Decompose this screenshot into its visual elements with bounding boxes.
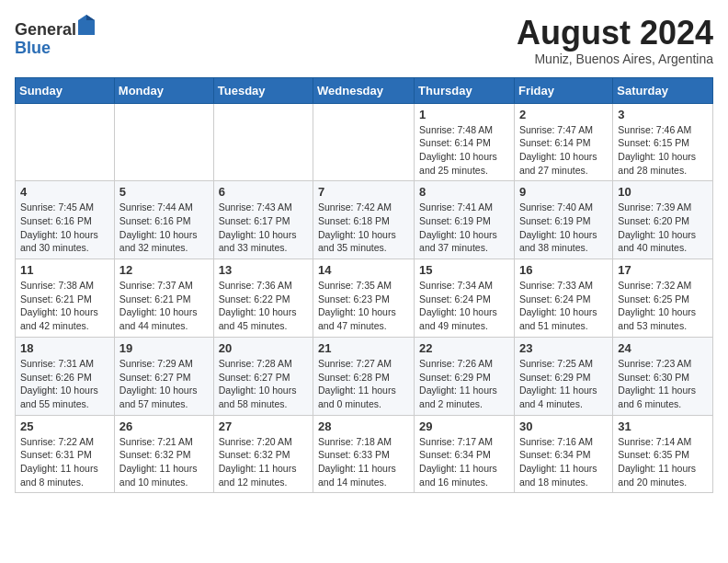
table-row: 11Sunrise: 7:38 AM Sunset: 6:21 PM Dayli…: [16, 259, 115, 338]
table-row: 28Sunrise: 7:18 AM Sunset: 6:33 PM Dayli…: [313, 415, 415, 493]
table-row: 31Sunrise: 7:14 AM Sunset: 6:35 PM Dayli…: [613, 415, 713, 493]
logo: General Blue: [15, 15, 93, 58]
table-row: 15Sunrise: 7:34 AM Sunset: 6:24 PM Dayli…: [415, 259, 515, 338]
sunrise-text: Sunrise: 7:14 AM: [618, 436, 691, 447]
day-number: 18: [20, 341, 109, 355]
sunset-text: Sunset: 6:26 PM: [20, 372, 92, 383]
sunset-text: Sunset: 6:21 PM: [20, 293, 92, 304]
sunrise-text: Sunrise: 7:47 AM: [519, 124, 593, 135]
day-info: Sunrise: 7:42 AM Sunset: 6:18 PM Dayligh…: [318, 201, 409, 255]
table-row: 10Sunrise: 7:39 AM Sunset: 6:20 PM Dayli…: [613, 181, 713, 259]
sunrise-text: Sunrise: 7:41 AM: [419, 201, 493, 213]
sunset-text: Sunset: 6:28 PM: [318, 372, 390, 383]
daylight-text: Daylight: 10 hours and 40 minutes.: [618, 229, 696, 254]
sunrise-text: Sunrise: 7:44 AM: [119, 201, 193, 213]
table-row: 23Sunrise: 7:25 AM Sunset: 6:29 PM Dayli…: [514, 337, 612, 415]
day-info: Sunrise: 7:45 AM Sunset: 6:16 PM Dayligh…: [20, 201, 109, 255]
day-number: 28: [318, 419, 409, 433]
day-info: Sunrise: 7:22 AM Sunset: 6:31 PM Dayligh…: [20, 435, 109, 489]
table-row: 8Sunrise: 7:41 AM Sunset: 6:19 PM Daylig…: [415, 181, 515, 259]
calendar-week-row: 18Sunrise: 7:31 AM Sunset: 6:26 PM Dayli…: [16, 337, 713, 415]
sunrise-text: Sunrise: 7:37 AM: [119, 280, 193, 291]
sunset-text: Sunset: 6:15 PM: [618, 137, 689, 148]
daylight-text: Daylight: 10 hours and 28 minutes.: [618, 151, 696, 176]
table-row: 29Sunrise: 7:17 AM Sunset: 6:34 PM Dayli…: [415, 415, 515, 493]
day-info: Sunrise: 7:38 AM Sunset: 6:21 PM Dayligh…: [20, 279, 109, 333]
col-tuesday: Tuesday: [213, 77, 313, 103]
sunset-text: Sunset: 6:22 PM: [219, 293, 290, 304]
daylight-text: Daylight: 10 hours and 37 minutes.: [419, 229, 497, 254]
daylight-text: Daylight: 10 hours and 42 minutes.: [20, 306, 98, 331]
table-row: 26Sunrise: 7:21 AM Sunset: 6:32 PM Dayli…: [114, 415, 213, 493]
day-info: Sunrise: 7:36 AM Sunset: 6:22 PM Dayligh…: [219, 279, 308, 333]
day-info: Sunrise: 7:48 AM Sunset: 6:14 PM Dayligh…: [419, 123, 509, 178]
sunrise-text: Sunrise: 7:25 AM: [519, 358, 593, 369]
sunrise-text: Sunrise: 7:28 AM: [219, 358, 292, 369]
sunrise-text: Sunrise: 7:43 AM: [219, 201, 292, 213]
sunrise-text: Sunrise: 7:38 AM: [20, 280, 94, 291]
day-number: 14: [318, 263, 409, 277]
day-number: 3: [618, 108, 708, 121]
sunset-text: Sunset: 6:19 PM: [419, 215, 491, 226]
daylight-text: Daylight: 10 hours and 45 minutes.: [219, 306, 297, 331]
sunrise-text: Sunrise: 7:48 AM: [419, 124, 493, 135]
day-number: 11: [20, 263, 109, 277]
daylight-text: Daylight: 10 hours and 25 minutes.: [419, 151, 497, 176]
daylight-text: Daylight: 11 hours and 6 minutes.: [618, 385, 696, 409]
sunset-text: Sunset: 6:20 PM: [618, 215, 689, 226]
sunrise-text: Sunrise: 7:33 AM: [519, 280, 593, 291]
sunset-text: Sunset: 6:29 PM: [419, 372, 491, 383]
sunrise-text: Sunrise: 7:36 AM: [219, 280, 292, 291]
col-saturday: Saturday: [613, 77, 713, 103]
sunset-text: Sunset: 6:19 PM: [519, 215, 591, 226]
table-row: 1Sunrise: 7:48 AM Sunset: 6:14 PM Daylig…: [415, 103, 515, 181]
calendar-table: Sunday Monday Tuesday Wednesday Thursday…: [15, 77, 713, 494]
sunrise-text: Sunrise: 7:34 AM: [419, 280, 493, 291]
table-row: [114, 103, 213, 181]
day-info: Sunrise: 7:37 AM Sunset: 6:21 PM Dayligh…: [119, 279, 209, 333]
table-row: 9Sunrise: 7:40 AM Sunset: 6:19 PM Daylig…: [514, 181, 612, 259]
daylight-text: Daylight: 10 hours and 32 minutes.: [119, 229, 198, 254]
daylight-text: Daylight: 10 hours and 53 minutes.: [618, 306, 696, 331]
col-wednesday: Wednesday: [313, 77, 415, 103]
daylight-text: Daylight: 11 hours and 16 minutes.: [419, 463, 497, 488]
sunset-text: Sunset: 6:25 PM: [618, 293, 689, 304]
table-row: 24Sunrise: 7:23 AM Sunset: 6:30 PM Dayli…: [613, 337, 713, 415]
calendar-week-row: 4Sunrise: 7:45 AM Sunset: 6:16 PM Daylig…: [16, 181, 713, 259]
sunset-text: Sunset: 6:24 PM: [419, 293, 491, 304]
sunrise-text: Sunrise: 7:21 AM: [119, 436, 193, 447]
day-number: 17: [618, 263, 708, 277]
svg-marker-1: [86, 15, 95, 20]
day-number: 31: [618, 419, 708, 433]
day-info: Sunrise: 7:26 AM Sunset: 6:29 PM Dayligh…: [419, 357, 509, 411]
daylight-text: Daylight: 10 hours and 51 minutes.: [519, 306, 597, 331]
sunrise-text: Sunrise: 7:16 AM: [519, 436, 593, 447]
table-row: [213, 103, 313, 181]
daylight-text: Daylight: 11 hours and 2 minutes.: [419, 385, 497, 409]
sunset-text: Sunset: 6:27 PM: [119, 372, 191, 383]
table-row: 4Sunrise: 7:45 AM Sunset: 6:16 PM Daylig…: [16, 181, 115, 259]
logo-general: General: [15, 20, 76, 39]
daylight-text: Daylight: 10 hours and 57 minutes.: [119, 385, 198, 409]
table-row: 17Sunrise: 7:32 AM Sunset: 6:25 PM Dayli…: [613, 259, 713, 338]
day-number: 2: [519, 108, 608, 121]
table-row: 22Sunrise: 7:26 AM Sunset: 6:29 PM Dayli…: [415, 337, 515, 415]
table-row: 21Sunrise: 7:27 AM Sunset: 6:28 PM Dayli…: [313, 337, 415, 415]
table-row: 25Sunrise: 7:22 AM Sunset: 6:31 PM Dayli…: [16, 415, 115, 493]
day-number: 16: [519, 263, 608, 277]
sunrise-text: Sunrise: 7:27 AM: [318, 358, 392, 369]
day-info: Sunrise: 7:32 AM Sunset: 6:25 PM Dayligh…: [618, 279, 708, 333]
table-row: 13Sunrise: 7:36 AM Sunset: 6:22 PM Dayli…: [213, 259, 313, 338]
location-subtitle: Muniz, Buenos Aires, Argentina: [517, 52, 713, 66]
day-info: Sunrise: 7:17 AM Sunset: 6:34 PM Dayligh…: [419, 435, 509, 489]
day-info: Sunrise: 7:44 AM Sunset: 6:16 PM Dayligh…: [119, 201, 209, 255]
day-info: Sunrise: 7:35 AM Sunset: 6:23 PM Dayligh…: [318, 279, 409, 333]
sunset-text: Sunset: 6:23 PM: [318, 293, 390, 304]
sunrise-text: Sunrise: 7:46 AM: [618, 124, 691, 135]
logo-blue: Blue: [15, 39, 51, 57]
day-info: Sunrise: 7:29 AM Sunset: 6:27 PM Dayligh…: [119, 357, 209, 411]
sunset-text: Sunset: 6:32 PM: [219, 449, 290, 460]
table-row: 19Sunrise: 7:29 AM Sunset: 6:27 PM Dayli…: [114, 337, 213, 415]
daylight-text: Daylight: 10 hours and 58 minutes.: [219, 385, 297, 409]
daylight-text: Daylight: 10 hours and 55 minutes.: [20, 385, 98, 409]
